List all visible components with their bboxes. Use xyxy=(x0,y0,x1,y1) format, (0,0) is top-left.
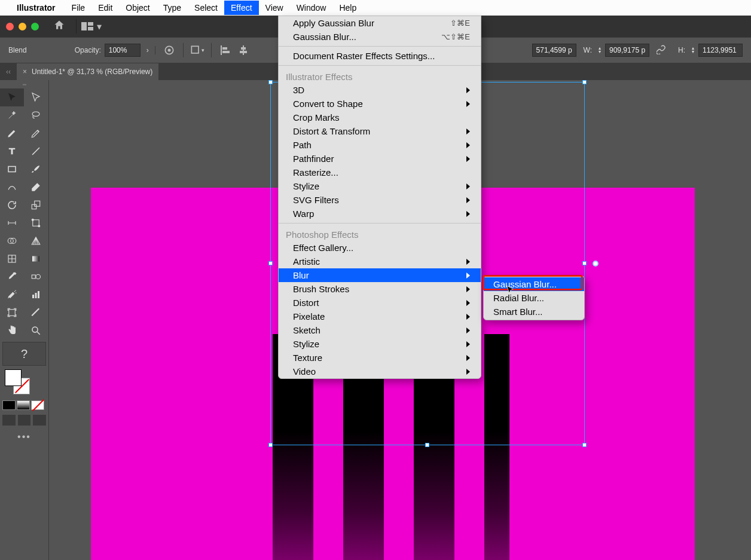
opacity-dropdown-icon[interactable]: › xyxy=(141,46,155,54)
type-tool[interactable] xyxy=(0,142,24,160)
selection-tool[interactable] xyxy=(0,88,24,106)
menu-view[interactable]: View xyxy=(259,1,290,15)
menu-effect[interactable]: Effect xyxy=(224,1,259,15)
column-graph-tool[interactable] xyxy=(24,286,48,304)
menu-select[interactable]: Select xyxy=(188,1,224,15)
submenu-smart-blur[interactable]: Smart Blur... xyxy=(484,305,584,319)
menu-document-raster-settings[interactable]: Document Raster Effects Settings... xyxy=(279,49,481,63)
gradient-swatch[interactable] xyxy=(17,400,30,410)
menu-ill-convert-to-shape[interactable]: Convert to Shape xyxy=(279,97,481,111)
toolbox-grip-icon[interactable]: ┅ xyxy=(0,80,48,88)
close-tab-icon[interactable]: × xyxy=(23,68,27,76)
menu-ill-3d[interactable]: 3D xyxy=(279,83,481,97)
close-window-button[interactable] xyxy=(6,23,14,30)
submenu-gaussian-blur[interactable]: Gaussian Blur... xyxy=(484,277,584,291)
rectangle-tool[interactable] xyxy=(0,160,24,178)
slice-tool[interactable] xyxy=(24,304,48,322)
menu-file[interactable]: File xyxy=(65,1,92,15)
width-tool[interactable] xyxy=(0,214,24,232)
link-wh-icon[interactable] xyxy=(652,45,671,56)
paintbrush-tool[interactable] xyxy=(24,160,48,178)
menu-edit[interactable]: Edit xyxy=(91,1,119,15)
mesh-tool[interactable] xyxy=(0,250,24,268)
transform-panel-icon[interactable]: ▾ xyxy=(188,41,206,59)
menu-type[interactable]: Type xyxy=(157,1,188,15)
opacity-input[interactable] xyxy=(105,44,141,57)
chevron-down-icon: ▾ xyxy=(97,21,102,32)
h-stepper[interactable]: ▴▾ xyxy=(690,47,696,54)
svg-rect-15 xyxy=(35,201,40,206)
menu-ps-stylize[interactable]: Stylize xyxy=(279,337,481,351)
lasso-tool[interactable] xyxy=(24,106,48,124)
menu-ill-distort-transform[interactable]: Distort & Transform xyxy=(279,124,481,138)
recolor-artwork-icon[interactable] xyxy=(160,41,178,59)
h-value-input[interactable] xyxy=(698,44,743,57)
scale-tool[interactable] xyxy=(24,196,48,214)
minimize-window-button[interactable] xyxy=(19,23,26,30)
eyedropper-tool[interactable] xyxy=(0,268,24,286)
menu-ill-rasterize[interactable]: Rasterize... xyxy=(279,166,481,179)
home-icon[interactable] xyxy=(53,19,65,33)
menu-ps-blur[interactable]: Blur xyxy=(279,268,481,282)
w-value-input[interactable] xyxy=(605,44,649,57)
menu-ill-svg-filters[interactable]: SVG Filters xyxy=(279,193,481,207)
menu-ill-stylize[interactable]: Stylize xyxy=(279,179,481,193)
menu-ill-path[interactable]: Path xyxy=(279,138,481,152)
svg-point-24 xyxy=(36,274,41,279)
eraser-tool[interactable] xyxy=(24,178,48,196)
w-stepper[interactable]: ▴▾ xyxy=(597,47,603,54)
menu-ill-crop-marks[interactable]: Crop Marks xyxy=(279,111,481,124)
menu-ps-distort[interactable]: Distort xyxy=(279,296,481,310)
symbol-sprayer-tool[interactable] xyxy=(0,286,24,304)
menu-ill-warp[interactable]: Warp xyxy=(279,207,481,221)
rotate-tool[interactable] xyxy=(0,196,24,214)
curvature-tool[interactable] xyxy=(24,124,48,142)
fill-stroke-swatch[interactable] xyxy=(2,368,46,396)
zoom-window-button[interactable] xyxy=(31,23,39,30)
color-swatch[interactable] xyxy=(2,400,16,410)
menubar-app-name[interactable]: Illustrator xyxy=(17,3,56,13)
submenu-radial-blur[interactable]: Radial Blur... xyxy=(484,291,584,305)
pen-tool[interactable] xyxy=(0,124,24,142)
screen-mode-buttons[interactable] xyxy=(0,412,48,428)
menu-ps-pixelate[interactable]: Pixelate xyxy=(279,310,481,323)
tab-handle-icon[interactable]: ‹‹ xyxy=(0,68,17,76)
shaper-tool[interactable] xyxy=(0,178,24,196)
align-left-icon[interactable] xyxy=(216,41,234,59)
menu-ill-pathfinder[interactable]: Pathfinder xyxy=(279,152,481,166)
menu-window[interactable]: Window xyxy=(290,1,333,15)
edit-toolbar-button[interactable]: ? xyxy=(2,342,46,366)
free-transform-tool[interactable] xyxy=(24,214,48,232)
x-value-input[interactable] xyxy=(532,44,576,57)
menu-ps-texture[interactable]: Texture xyxy=(279,351,481,365)
none-swatch[interactable] xyxy=(31,400,44,410)
align-center-icon[interactable] xyxy=(234,41,252,59)
effect-menu-dropdown: Apply Gaussian Blur⇧⌘E Gaussian Blur...⌥… xyxy=(278,16,481,379)
blend-spine-handle[interactable] xyxy=(593,261,599,267)
hand-tool[interactable] xyxy=(0,322,24,339)
line-segment-tool[interactable] xyxy=(24,142,48,160)
menu-ps-video[interactable]: Video xyxy=(279,365,481,378)
menu-ps-effect-gallery[interactable]: Effect Gallery... xyxy=(279,241,481,255)
shape-builder-tool[interactable] xyxy=(0,232,24,250)
menu-ps-artistic[interactable]: Artistic xyxy=(279,255,481,268)
zoom-tool[interactable] xyxy=(24,322,48,339)
artboard-tool[interactable] xyxy=(0,304,24,322)
menu-object[interactable]: Object xyxy=(119,1,156,15)
perspective-grid-tool[interactable] xyxy=(24,232,48,250)
document-tab[interactable]: × Untitled-1* @ 31,73 % (RGB/Preview) xyxy=(17,63,158,80)
svg-point-4 xyxy=(167,49,170,52)
menu-help[interactable]: Help xyxy=(332,1,363,15)
menu-ps-brush-strokes[interactable]: Brush Strokes xyxy=(279,282,481,296)
blend-tool[interactable] xyxy=(24,268,48,286)
magic-wand-tool[interactable] xyxy=(0,106,24,124)
menu-last-effect-settings[interactable]: Gaussian Blur...⌥⇧⌘E xyxy=(279,30,481,44)
menu-ps-sketch[interactable]: Sketch xyxy=(279,323,481,337)
menu-apply-last-effect[interactable]: Apply Gaussian Blur⇧⌘E xyxy=(279,16,481,30)
svg-point-32 xyxy=(32,327,38,332)
svg-rect-30 xyxy=(38,291,39,298)
arrange-documents-button[interactable]: ▾ xyxy=(81,21,102,32)
gradient-tool[interactable] xyxy=(24,250,48,268)
toolbox-more-icon[interactable]: ••• xyxy=(0,428,48,446)
direct-selection-tool[interactable] xyxy=(24,88,48,106)
